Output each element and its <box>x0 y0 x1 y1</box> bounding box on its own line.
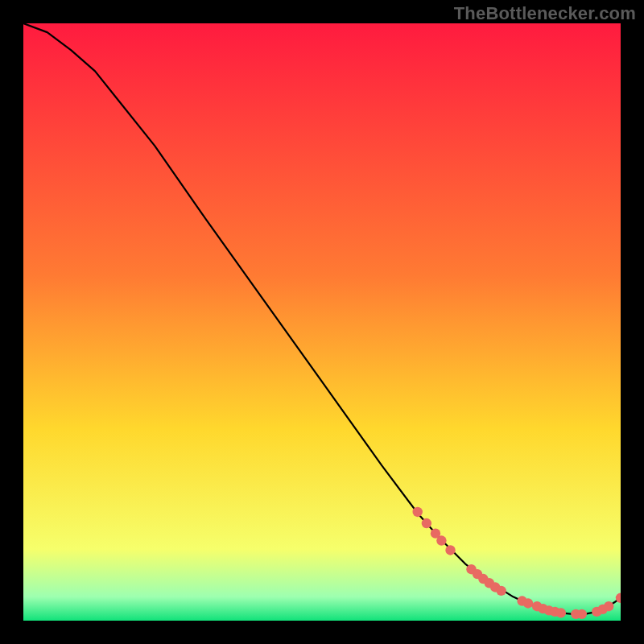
data-marker <box>496 586 506 596</box>
chart-frame: TheBottlenecker.com <box>0 0 644 644</box>
data-marker <box>523 598 533 608</box>
plot-area <box>23 23 621 621</box>
data-marker <box>445 545 455 555</box>
data-marker <box>577 609 587 619</box>
gradient-background <box>23 23 621 621</box>
data-marker <box>556 608 566 617</box>
data-marker <box>604 601 613 611</box>
watermark-text: TheBottlenecker.com <box>454 3 636 24</box>
data-marker <box>422 518 431 528</box>
data-marker <box>413 507 423 517</box>
chart-svg <box>23 23 621 621</box>
data-marker <box>436 535 446 545</box>
